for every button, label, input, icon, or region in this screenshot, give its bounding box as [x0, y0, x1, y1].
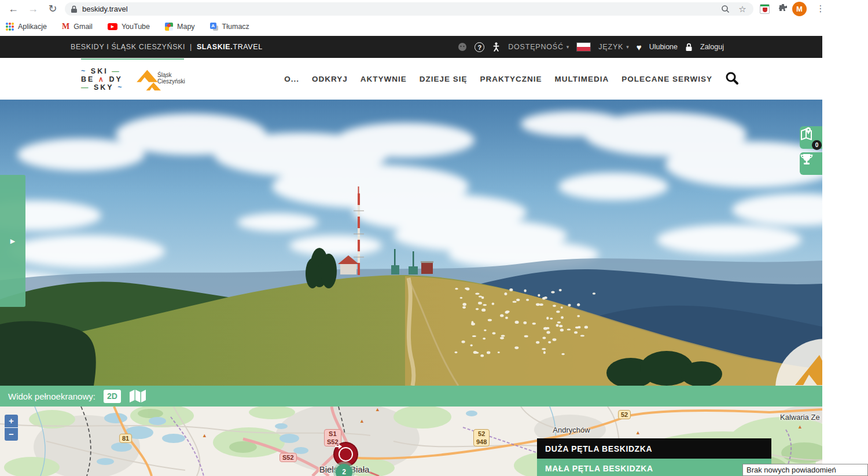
hero-landscape: [0, 100, 822, 386]
brand-light[interactable]: TRAVEL: [233, 43, 262, 51]
map-marker-route[interactable]: [334, 443, 357, 466]
city-label-andrychow: Andrychów: [538, 426, 605, 434]
achievements-button[interactable]: [800, 152, 822, 175]
gmail-icon: M: [62, 22, 69, 31]
site-topbar: BESKIDY I ŚLĄSK CIESZYŃSKI | SLASKIE.TRA…: [0, 36, 822, 58]
profile-avatar[interactable]: M: [792, 2, 807, 16]
nav-item-multimedia[interactable]: MULTIMEDIA: [554, 75, 609, 83]
ski-beskidy-logo[interactable]: ~ SKI — BE ∧ DY — SKY ~: [81, 67, 123, 91]
chevron-down-icon: ▾: [626, 44, 629, 50]
bookmark-label: Tłumacz: [222, 23, 249, 31]
poland-flag-icon[interactable]: [576, 42, 591, 52]
route-count-badge: 0: [812, 140, 822, 150]
topbar-utilities: ? DOSTĘPNOŚĆ ▾ JĘZYK ▾ ♥ Ulubione Zalogu…: [458, 36, 724, 58]
map-panel[interactable]: + − 81 S1S52 S52 52948 52 ▲ ▲ ▲ ▲ ▲ Biel…: [0, 407, 822, 476]
screen: ← → ↻ beskidy.travel ☆ M ⋮: [0, 0, 868, 476]
chevron-down-icon: ▾: [567, 44, 569, 50]
nav-item-praktycznie[interactable]: PRAKTYCZNIE: [480, 75, 542, 83]
map-zoom-out-button[interactable]: −: [5, 428, 18, 441]
panel-arrow-icon: ▶: [10, 237, 15, 245]
city-label-kalwaria: Kalwaria Ze: [780, 413, 820, 422]
contrast-icon[interactable]: [458, 42, 467, 52]
map-cluster-marker[interactable]: 2: [336, 464, 352, 476]
peak-icon: ▲: [375, 407, 380, 412]
view-2d-button[interactable]: 2D: [104, 390, 121, 403]
overlay-duza-petla[interactable]: DUŻA PĘTLA BESKIDZKA: [537, 438, 771, 459]
peak-icon: ▲: [635, 430, 641, 435]
notification-tooltip: Brak nowych powiadomień: [742, 464, 868, 476]
road-shield-52: 52: [618, 410, 631, 419]
breadcrumb-region: BESKIDY I ŚLĄSK CIESZYŃSKI: [71, 43, 185, 51]
lock-icon: [71, 5, 78, 13]
peak-icon: ▲: [202, 433, 207, 438]
marker-arrow-icon: [339, 447, 353, 462]
map-zoom-in-button[interactable]: +: [5, 415, 18, 428]
back-icon[interactable]: ←: [6, 1, 21, 16]
bookmark-label: Gmail: [73, 23, 93, 31]
bookmark-apps[interactable]: Aplikacje: [6, 23, 47, 31]
accessibility-menu[interactable]: DOSTĘPNOŚĆ: [508, 43, 564, 51]
apps-grid-icon: [6, 23, 14, 31]
route-map-icon: [800, 126, 814, 140]
road-shield-52-948: 52948: [473, 429, 490, 446]
extensions-icon[interactable]: [778, 3, 788, 15]
bookmark-label: Mapy: [177, 23, 195, 31]
overlay-mala-petla[interactable]: MAŁA PĘTLA BESKIDZKA: [537, 459, 771, 476]
trophy-icon: [800, 152, 814, 166]
search-icon[interactable]: [725, 71, 739, 86]
maps-icon: [165, 23, 173, 31]
reload-icon[interactable]: ↻: [45, 1, 60, 16]
accessibility-icon[interactable]: [492, 42, 501, 52]
main-navigation: O... ODKRYJ AKTYWNIE DZIEJE SIĘ PRAKTYCZ…: [284, 58, 739, 100]
address-bar[interactable]: beskidy.travel ☆: [65, 2, 753, 16]
bookmark-star-icon[interactable]: ☆: [737, 4, 748, 14]
fullscreen-label: Widok pełnoekranowy:: [8, 391, 95, 401]
youtube-icon: ▶: [108, 23, 117, 30]
language-menu[interactable]: JĘZYK: [598, 43, 623, 51]
hero-side-panel-toggle[interactable]: ▶: [0, 175, 25, 307]
bookmark-maps[interactable]: Mapy: [165, 23, 195, 31]
fullscreen-bar: Widok pełnoekranowy: 2D: [0, 386, 822, 407]
translate-icon: A: [210, 23, 218, 31]
hero-banner: ▶ 0: [0, 100, 822, 386]
forward-icon[interactable]: →: [25, 1, 41, 16]
login-link[interactable]: Zaloguj: [700, 43, 724, 51]
peak-icon: ▲: [359, 418, 365, 424]
brand-bold[interactable]: SLASKIE.: [197, 43, 233, 51]
bookmark-gmail[interactable]: M Gmail: [62, 22, 93, 31]
browser-toolbar: ← → ↻ beskidy.travel ☆ M ⋮: [0, 0, 868, 17]
url-text: beskidy.travel: [82, 5, 713, 13]
bookmarks-bar: Aplikacje M Gmail ▶ YouTube Mapy A Tłuma…: [0, 17, 868, 36]
bookmark-label: YouTube: [122, 23, 150, 31]
help-icon[interactable]: ?: [475, 42, 484, 52]
bookmark-translate[interactable]: A Tłumacz: [210, 23, 249, 31]
route-planner-button[interactable]: 0: [800, 126, 822, 149]
site-header: ~ SKI — BE ∧ DY — SKY ~ Śląsk Cieszyński…: [0, 58, 822, 100]
logo-underline: [81, 58, 184, 60]
lock-icon: [685, 43, 693, 52]
bookmark-youtube[interactable]: ▶ YouTube: [108, 23, 150, 31]
favorites-link[interactable]: Ulubione: [649, 43, 678, 51]
bookmark-label: Aplikacje: [18, 23, 47, 31]
site-viewport: BESKIDY I ŚLĄSK CIESZYŃSKI | SLASKIE.TRA…: [0, 36, 822, 476]
peak-icon: ▲: [797, 424, 803, 430]
fullscreen-map-icon[interactable]: [129, 389, 146, 403]
nav-item-dzieje-sie[interactable]: DZIEJE SIĘ: [420, 75, 468, 83]
browser-menu-icon[interactable]: ⋮: [815, 1, 826, 16]
zoom-page-icon[interactable]: [720, 4, 730, 14]
adblock-extension-icon[interactable]: [760, 4, 770, 14]
nav-item-o[interactable]: O...: [284, 75, 299, 83]
heart-icon: ♥: [637, 42, 642, 52]
site-breadcrumb: BESKIDY I ŚLĄSK CIESZYŃSKI | SLASKIE.TRA…: [71, 36, 263, 58]
slask-logo-text: Śląsk Cieszyński: [157, 72, 185, 85]
nav-item-odkryj[interactable]: ODKRYJ: [312, 75, 348, 83]
nav-item-aktywnie[interactable]: AKTYWNIE: [361, 75, 407, 83]
breadcrumb-separator: |: [190, 43, 192, 51]
road-shield-81: 81: [119, 434, 132, 443]
road-shield-s52: S52: [279, 453, 297, 462]
nav-item-polecane-serwisy[interactable]: POLECANE SERWISY: [621, 75, 712, 83]
